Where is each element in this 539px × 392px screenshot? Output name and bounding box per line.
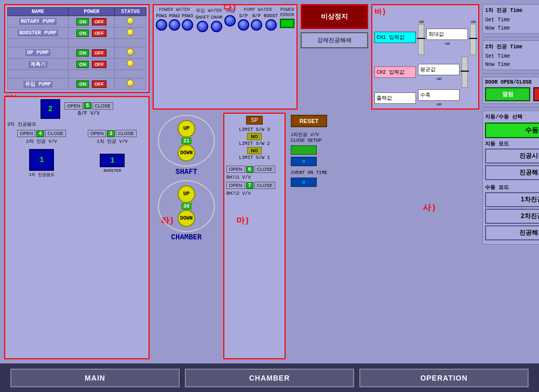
valve2-group: OPEN 4 CLOSE 2차 진공 V/V bbox=[17, 130, 66, 145]
divider3 bbox=[482, 107, 539, 107]
sw2-row: LIMIT S/W 2 NO bbox=[226, 141, 282, 154]
dp-pump-off[interactable]: OFF bbox=[92, 49, 106, 57]
pump-name-4: 유압 PUMP bbox=[23, 81, 52, 88]
valve3-oc: OPEN 3 CLOSE bbox=[88, 130, 137, 137]
manual-mode-btn[interactable]: 수동 bbox=[485, 123, 539, 138]
booster-pump-off[interactable]: OFF bbox=[92, 30, 106, 37]
sp-btn[interactable]: SP bbox=[246, 116, 262, 125]
gauge3 bbox=[462, 57, 468, 88]
step1-btn[interactable]: 1차진공 bbox=[485, 192, 539, 207]
emergency-sensor-col: 비상정지 강제진공해제 bbox=[301, 4, 368, 110]
rotary-pump-off[interactable]: OFF bbox=[92, 18, 106, 25]
bh1-close[interactable]: CLOSE bbox=[254, 166, 276, 173]
bh2-label: BH기2 V/V bbox=[226, 190, 282, 197]
force-release-btn[interactable]: 강제진공해제 bbox=[301, 32, 368, 48]
bf-valve-controls: OPEN 5 CLOSE B/F V/V bbox=[64, 102, 113, 116]
power-error-led bbox=[280, 19, 294, 28]
bh1-label: BH기1 V/V bbox=[226, 174, 282, 181]
table-row: 유압 PUMP ON OFF bbox=[8, 78, 146, 90]
v3-close[interactable]: CLOSE bbox=[116, 130, 137, 137]
min-label: 수축 bbox=[420, 91, 430, 99]
boost-led bbox=[265, 19, 277, 31]
nav-main-btn[interactable]: MAIN bbox=[10, 369, 180, 387]
max-label: 최대값 bbox=[428, 31, 444, 38]
v3-open[interactable]: OPEN bbox=[88, 130, 106, 137]
bf-close-btn[interactable]: CLOSE bbox=[92, 102, 114, 110]
pump-water-leds: D/P R/P BOOST bbox=[238, 13, 278, 31]
emergency-stop-btn[interactable]: 비상정지 bbox=[301, 4, 368, 29]
col-power: POWER bbox=[69, 8, 115, 16]
divider2 bbox=[482, 73, 539, 74]
panel-ga: NAME POWER STATUS ROTARY PUMP ON OFF bbox=[4, 4, 150, 93]
table-row: ROTARY PUMP ON OFF bbox=[8, 16, 146, 28]
step3-btn[interactable]: 진공해지 bbox=[485, 225, 539, 240]
rotary-pump-on[interactable]: ON bbox=[76, 18, 89, 25]
oil-water-group: 유압 WATER SHAFT CHAM bbox=[195, 7, 222, 32]
meter-on[interactable]: ON bbox=[76, 61, 89, 68]
now-time1-label: Now Time bbox=[485, 25, 510, 31]
gauge1-needle bbox=[417, 38, 425, 39]
shaft-label: SHAFT bbox=[195, 15, 209, 20]
bf-valve-num: 2 bbox=[48, 105, 52, 113]
hydraulic-pump-on[interactable]: ON bbox=[76, 80, 89, 88]
time2-title: 2차 진공 Time bbox=[485, 43, 539, 50]
bh2-open[interactable]: OPEN bbox=[226, 182, 245, 189]
boost-label: BOOST bbox=[264, 13, 278, 19]
gauge3-group bbox=[462, 57, 468, 88]
rotary-pump-led bbox=[127, 17, 134, 24]
shaft-group: SHAFT bbox=[195, 15, 209, 32]
bottom-mid-section: 라) UP 21 DOWN SHAFT UP 30 bbox=[153, 113, 479, 359]
dp-label: D/P bbox=[239, 13, 248, 19]
set-time1-row: Set Time bbox=[485, 16, 539, 24]
vacuum-start-btn[interactable]: 진공시작 bbox=[485, 148, 539, 164]
pump-bottom-row: 1 1차 진공펌프 1 BOOSTER bbox=[7, 149, 146, 178]
pow3-group: POW3 bbox=[182, 13, 193, 31]
sw2-no-btn[interactable]: NO bbox=[247, 147, 262, 154]
vacuum-release-btn[interactable]: 진공해지 bbox=[485, 165, 539, 180]
hydraulic-pump-led bbox=[127, 79, 134, 87]
door-close-btn[interactable]: 닫힘 bbox=[533, 87, 539, 101]
right-column: 1차 진공 Time Set Time Now Time 0 2차 진공 Tim… bbox=[482, 4, 539, 359]
bh2-close[interactable]: CLOSE bbox=[254, 182, 276, 189]
nav-chamber-btn[interactable]: CHAMBER bbox=[185, 369, 354, 387]
max-display: 최대값 bbox=[426, 29, 468, 40]
chamber-oval: UP 30 DOWN bbox=[158, 180, 215, 232]
sw3-label: LIMIT S/W 3 bbox=[239, 127, 270, 132]
dp-pump-on[interactable]: ON bbox=[76, 49, 89, 57]
ch2-label: CH2 입력값 bbox=[376, 69, 405, 76]
reset-btn[interactable]: RESET bbox=[291, 115, 327, 127]
pump1-box: 1 bbox=[29, 149, 54, 171]
door-open-btn[interactable]: 열림 bbox=[485, 87, 530, 101]
booster-label: BOOSTER bbox=[104, 168, 122, 173]
v2-close[interactable]: CLOSE bbox=[45, 130, 66, 137]
valve3-group: OPEN 3 CLOSE 1차 진공 V/V bbox=[88, 130, 137, 145]
label-ma: 마) bbox=[236, 215, 250, 226]
power-water-title: POWER WATER bbox=[159, 7, 190, 12]
shaft-down-btn[interactable]: DOWN bbox=[178, 144, 195, 162]
bf-valve-row: 2 OPEN 5 CLOSE B/F V/V bbox=[7, 99, 146, 119]
booster-num: 1 bbox=[110, 156, 114, 165]
vent-on-input[interactable] bbox=[291, 178, 317, 187]
cham-group: CHAM bbox=[211, 15, 222, 32]
now-time2-label: Now Time bbox=[485, 62, 510, 67]
bh1-open[interactable]: OPEN bbox=[226, 166, 245, 173]
shaft-up-btn[interactable]: UP bbox=[178, 120, 195, 138]
vent-input-1[interactable] bbox=[291, 157, 317, 166]
pump-name-1: BOOSTER PUMP bbox=[18, 30, 58, 36]
chamber-up-btn[interactable]: UP bbox=[178, 185, 195, 203]
meter-off[interactable]: OFF bbox=[92, 61, 106, 68]
nav-operation-btn[interactable]: OPERATION bbox=[359, 369, 529, 387]
green-status-rect bbox=[291, 145, 317, 155]
step2-btn[interactable]: 2차진공 bbox=[485, 209, 539, 224]
power-error-title: POWER ERROR bbox=[280, 7, 294, 18]
sw3-no-btn[interactable]: NO bbox=[247, 133, 262, 140]
v2-open[interactable]: OPEN bbox=[17, 130, 36, 137]
bf-open-btn[interactable]: OPEN bbox=[64, 102, 83, 110]
booster-pump-on[interactable]: ON bbox=[76, 30, 89, 37]
set-time2-row: Set Time bbox=[485, 52, 539, 60]
set-time1-label: Set Time bbox=[485, 17, 510, 23]
hydraulic-pump-off[interactable]: OFF bbox=[92, 80, 106, 88]
shaft-chamber-col: UP 21 DOWN SHAFT UP 30 DOWN CHAMBER bbox=[153, 113, 220, 359]
v2-badge: 4 bbox=[36, 130, 44, 137]
chamber-down-btn[interactable]: DOWN bbox=[178, 210, 195, 227]
